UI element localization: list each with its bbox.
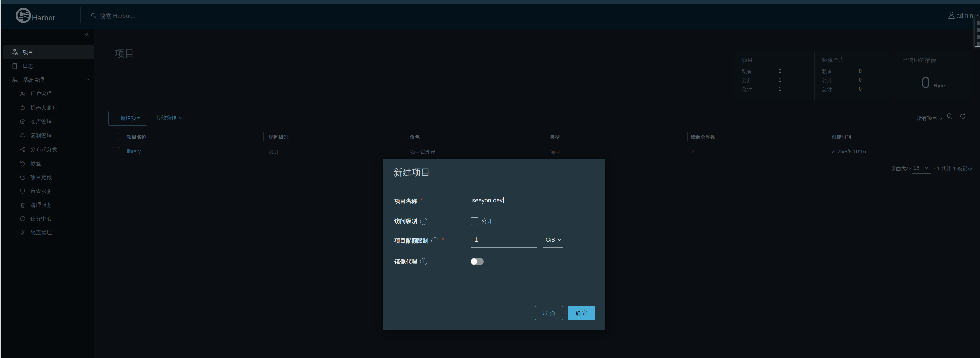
public-checkbox[interactable] xyxy=(471,217,478,225)
sidebar-item-label: 日志 xyxy=(22,62,33,70)
column-header[interactable]: 镜像仓库数 xyxy=(691,134,715,140)
sidebar-item-label: 标签 xyxy=(30,160,41,167)
sidebar-item-label: 仓库管理 xyxy=(30,118,52,125)
cell-role: 项目管理员 xyxy=(410,149,436,156)
sidebar-item-configuration[interactable]: 配置管理 xyxy=(1,225,94,239)
name-input-focus-underline xyxy=(471,207,562,207)
quota-label-row: 项目配额限制 i * xyxy=(395,237,444,245)
column-header[interactable]: 角色 xyxy=(410,134,420,140)
share-icon xyxy=(19,146,26,153)
stat-value: 0 xyxy=(859,86,862,92)
user-menu-button[interactable]: admin xyxy=(956,12,973,19)
sidebar-item-interrogation-services[interactable]: 审查服务 xyxy=(1,184,94,198)
page-size-label: 页面大小 xyxy=(891,165,912,172)
sidebar-item-robot-accounts[interactable]: 机器人账户 xyxy=(1,101,94,115)
sidebar-item-label: 任务中心 xyxy=(30,215,52,222)
sidebar-item-gc[interactable]: 清理服务 xyxy=(1,198,94,212)
quota-unit-select[interactable]: GiB xyxy=(546,237,562,243)
sidebar-item-label: 用户管理 xyxy=(30,90,52,97)
card-title: 已使用的配额 xyxy=(902,56,936,64)
more-actions-label: 其他操作 xyxy=(156,114,177,121)
required-asterisk: * xyxy=(420,197,422,203)
robot-icon xyxy=(19,105,26,111)
search-icon xyxy=(90,12,97,19)
stats-card-projects: 项目 私有 0 公开 1 总计 1 xyxy=(734,51,812,100)
select-all-checkbox[interactable] xyxy=(111,133,119,140)
quota-used-value: 0 xyxy=(921,73,930,92)
cube-icon xyxy=(19,119,26,125)
sidebar-item-system-admin[interactable]: 系统管理 xyxy=(1,73,94,87)
access-level-label: 访问级别 xyxy=(395,217,417,225)
required-asterisk: * xyxy=(442,237,444,243)
sidebar-item-labels[interactable]: 标签 xyxy=(1,156,94,170)
chevron-down-icon[interactable] xyxy=(86,78,90,81)
proxy-cache-label: 镜像代理 xyxy=(395,258,417,266)
more-actions-dropdown[interactable]: 其他操作 xyxy=(156,114,183,121)
logs-icon xyxy=(11,63,18,70)
sidebar-item-project-quotas[interactable]: 项目定额 xyxy=(1,170,94,184)
cell-type: 项目 xyxy=(550,149,560,156)
project-name-input[interactable]: seeyon-dev xyxy=(472,197,503,204)
stat-label: 总计 xyxy=(741,86,752,93)
column-header[interactable]: 访问级别 xyxy=(269,134,288,140)
quota-input[interactable]: -1 xyxy=(473,236,478,243)
project-link[interactable]: library xyxy=(127,149,141,154)
sidebar-item-label: 配置管理 xyxy=(30,229,52,236)
stats-card-quota-used: 已使用的配额 0 Byte xyxy=(895,51,972,100)
row-checkbox[interactable] xyxy=(111,147,119,154)
records-summary: 1 - 1 共计 1 条记录 xyxy=(929,165,972,172)
harbor-logo-icon xyxy=(16,8,31,23)
cloud-sync-icon xyxy=(19,132,26,138)
sidebar-item-projects[interactable]: 项目 xyxy=(3,45,94,59)
filter-chevron-icon[interactable] xyxy=(939,117,943,120)
refresh-icon[interactable] xyxy=(959,113,966,120)
sidebar-collapse-icon[interactable]: « xyxy=(85,30,89,38)
page-size-select[interactable]: 15 xyxy=(914,165,919,171)
new-project-button[interactable]: + 新建项目 xyxy=(108,111,147,126)
cell-repo-count: 0 xyxy=(691,149,694,154)
ok-button[interactable]: 确定 xyxy=(568,306,595,320)
sidebar-item-registries[interactable]: 仓库管理 xyxy=(1,115,94,129)
public-checkbox-label[interactable]: 公开 xyxy=(481,217,493,225)
sidebar-item-label: 项目 xyxy=(22,49,33,56)
sidebar-item-users[interactable]: 用户管理 xyxy=(1,87,94,101)
cancel-button[interactable]: 取消 xyxy=(535,306,563,320)
toggle-knob xyxy=(471,258,477,265)
sidebar-item-distributions[interactable]: 分布式分发 xyxy=(1,143,94,156)
proxy-toggle[interactable] xyxy=(471,258,484,265)
quota-unit-underline xyxy=(543,247,563,248)
cell-created: 2025/9/8 10:16 xyxy=(832,149,866,154)
page-size-chevron-icon[interactable] xyxy=(925,167,928,169)
global-search-input[interactable]: 搜索 Harbor... xyxy=(100,12,136,20)
column-header[interactable]: 创建时间 xyxy=(832,134,851,140)
sidebar-item-logs[interactable]: 日志 xyxy=(1,59,94,73)
sidebar-item-job-center[interactable]: 任务中心 xyxy=(1,212,94,226)
stat-label: 公开 xyxy=(741,77,752,84)
stat-value: 0 xyxy=(779,68,781,74)
quota-used-unit: Byte xyxy=(934,83,945,89)
row-divider xyxy=(108,143,976,143)
page-title: 项目 xyxy=(115,47,135,60)
column-header[interactable]: 类型 xyxy=(550,134,560,140)
stat-label: 公开 xyxy=(822,77,832,84)
column-header[interactable]: 项目名称 xyxy=(127,134,146,140)
info-icon[interactable]: i xyxy=(420,258,427,265)
info-icon[interactable]: i xyxy=(420,218,427,225)
stat-value: 1 xyxy=(779,86,781,92)
cell-access: 公开 xyxy=(269,149,279,156)
stats-card-repositories: 镜像仓库 私有 0 公开 0 总计 0 xyxy=(815,51,892,100)
sidebar-item-label: 系统管理 xyxy=(22,76,44,84)
info-icon[interactable]: i xyxy=(431,237,438,244)
stat-value: 0 xyxy=(859,77,862,83)
new-project-label: 新建项目 xyxy=(121,115,141,122)
project-filter-select[interactable]: 所有项目 xyxy=(917,115,937,122)
stat-label: 总计 xyxy=(822,86,832,93)
projects-icon xyxy=(11,49,18,56)
sidebar: « 项目 日志 系统管理 用户管理 机器人账户 xyxy=(1,29,94,358)
sidebar-item-replications[interactable]: 复制管理 xyxy=(1,129,94,143)
table-search-icon[interactable] xyxy=(946,113,953,120)
trash-icon xyxy=(19,202,26,208)
stat-value: 0 xyxy=(859,68,862,74)
stat-value: 1 xyxy=(779,77,781,83)
admin-user-gear-icon xyxy=(11,76,18,83)
